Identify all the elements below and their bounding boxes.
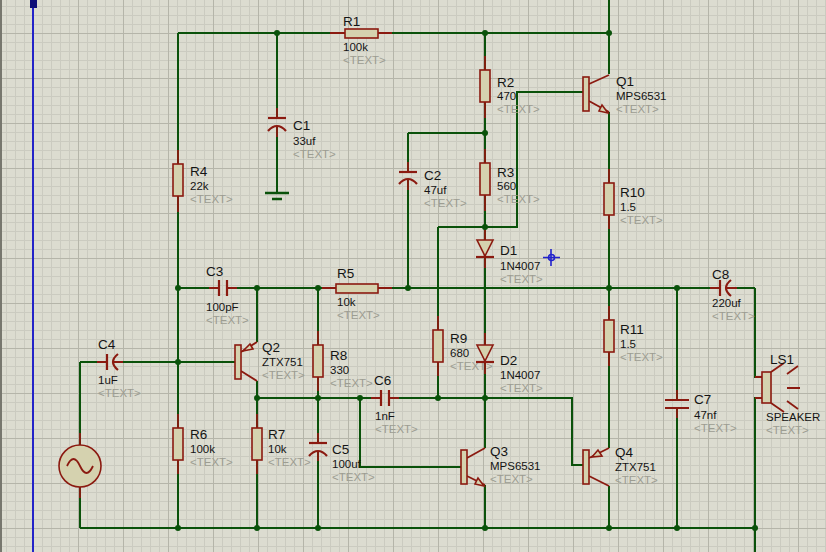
label-value: 47uf	[424, 184, 447, 196]
label-ref: R1	[343, 14, 360, 29]
wire-bootstrap-c2[interactable]	[408, 133, 485, 288]
resistor-body[interactable]	[604, 320, 614, 352]
component-R11[interactable]: R11 1.5 <TEXT>	[604, 306, 663, 366]
junction-dot	[175, 359, 181, 365]
component-Q4[interactable]: Q4 ZTX751 <TEXT>	[583, 445, 658, 486]
resistor-body[interactable]	[313, 345, 323, 377]
label-value: 560	[497, 180, 516, 192]
component-R6[interactable]: R6 100k <TEXT>	[173, 414, 233, 474]
component-R10[interactable]: R10 1.5 <TEXT>	[604, 169, 663, 229]
component-C3[interactable]: C3 100pF <TEXT>	[206, 264, 249, 326]
label-value: 220uf	[712, 297, 742, 309]
component-R8[interactable]: R8 330 <TEXT>	[313, 331, 373, 391]
wire-speaker[interactable]	[755, 288, 762, 552]
junction-dot	[315, 395, 321, 401]
label-value: 1.5	[620, 338, 636, 350]
component-C8[interactable]: C8 220uf <TEXT>	[710, 267, 755, 322]
junction-dot	[357, 395, 363, 401]
resistor-body[interactable]	[336, 284, 378, 293]
label-value: 680	[450, 347, 469, 359]
label-ref: R5	[337, 266, 354, 281]
junction-dot	[606, 30, 612, 36]
junction-dot	[674, 525, 680, 531]
speaker-sound-waves-icon	[787, 366, 800, 409]
component-C6[interactable]: C6 1nF <TEXT>	[371, 373, 418, 435]
capacitor-plates[interactable]	[381, 390, 389, 406]
junction-dot	[175, 525, 181, 531]
speaker-body[interactable]	[762, 372, 771, 403]
component-C2[interactable]: C2 47uf <TEXT>	[399, 162, 467, 209]
junction-dot	[254, 395, 260, 401]
component-R3[interactable]: R3 560 <TEXT>	[480, 149, 540, 211]
label-value: 100k	[190, 443, 215, 455]
component-R1[interactable]: R1 100k <TEXT>	[330, 14, 392, 66]
transistor-body[interactable]	[583, 77, 589, 111]
q1-leads	[589, 75, 609, 112]
transistor-body[interactable]	[583, 450, 589, 484]
label-value: 1.5	[620, 201, 636, 213]
label-text-placeholder: <TEXT>	[343, 54, 386, 66]
transistor-body[interactable]	[235, 345, 241, 379]
capacitor-plates[interactable]	[665, 400, 689, 408]
component-C1[interactable]: C1 33uf <TEXT>	[268, 108, 336, 160]
ground-symbol[interactable]	[265, 193, 289, 199]
capacitor-plates[interactable]	[219, 280, 227, 296]
junction-dot	[435, 395, 441, 401]
component-R4[interactable]: R4 22k <TEXT>	[173, 150, 233, 212]
component-Q3[interactable]: Q3 MPS6531 <TEXT>	[461, 444, 541, 486]
label-value: 33uf	[293, 135, 316, 147]
component-signal-generator[interactable]	[59, 433, 101, 498]
label-text-placeholder: <TEXT>	[375, 423, 418, 435]
label-text-placeholder: <TEXT>	[497, 193, 540, 205]
diode-triangle[interactable]	[477, 240, 493, 256]
label-text-placeholder: <TEXT>	[616, 103, 659, 115]
component-R2[interactable]: R2 470 <TEXT>	[480, 56, 540, 118]
wires[interactable]	[80, 0, 762, 552]
sheet-corner-marker	[30, 0, 37, 8]
label-text-placeholder: <TEXT>	[330, 377, 373, 389]
resistor-body[interactable]	[345, 29, 378, 38]
label-value: ZTX751	[615, 461, 656, 473]
component-Q1[interactable]: Q1 MPS6531 <TEXT>	[583, 74, 667, 115]
schematic-canvas[interactable]: R1 100k <TEXT> R2 470 <TEXT> R3 560 <TEX…	[0, 0, 826, 552]
label-text-placeholder: <TEXT>	[497, 103, 540, 115]
component-R7[interactable]: R7 10k <TEXT>	[252, 414, 311, 474]
transistor-body[interactable]	[461, 450, 467, 484]
component-C4[interactable]: C4 1uF <TEXT>	[97, 337, 141, 399]
label-ref: C7	[694, 392, 711, 407]
resistor-body[interactable]	[480, 163, 490, 195]
wire-drive-rail[interactable]	[257, 398, 583, 465]
label-value: 22k	[190, 180, 209, 192]
label-ref: R10	[620, 185, 645, 200]
label-value: 1N4007	[500, 260, 540, 272]
junction-dot	[606, 285, 612, 291]
label-text-placeholder: <TEXT>	[206, 314, 249, 326]
ls1-pins	[755, 377, 762, 398]
label-ref: C2	[424, 168, 441, 183]
component-LS1[interactable]: LS1 SPEAKER <TEXT>	[755, 352, 820, 436]
resistor-body[interactable]	[173, 164, 183, 196]
resistor-body[interactable]	[433, 330, 443, 362]
component-Q2[interactable]: Q2 ZTX751 <TEXT>	[235, 340, 305, 381]
label-value: 10k	[268, 443, 287, 455]
label-ref: R6	[190, 427, 207, 442]
resistor-body[interactable]	[173, 428, 183, 460]
label-ref: R3	[497, 165, 514, 180]
component-C7[interactable]: C7 47nf <TEXT>	[665, 390, 737, 434]
label-ref: Q2	[262, 340, 280, 355]
junction-dot	[482, 525, 488, 531]
component-D1[interactable]: D1 1N4007 <TEXT>	[476, 228, 543, 285]
diode-triangle[interactable]	[477, 345, 493, 361]
label-value: 47nf	[694, 409, 717, 421]
label-ref: R2	[497, 75, 514, 90]
component-R5[interactable]: R5 10k <TEXT>	[322, 266, 392, 321]
label-value: 1N4007	[500, 369, 540, 381]
label-ref: R8	[330, 348, 347, 363]
junction-dot	[254, 285, 260, 291]
resistor-body[interactable]	[252, 428, 262, 460]
junction-dot	[175, 285, 181, 291]
label-text-placeholder: <TEXT>	[620, 214, 663, 226]
junction-dot	[315, 285, 321, 291]
resistor-body[interactable]	[604, 183, 614, 215]
resistor-body[interactable]	[480, 70, 490, 102]
